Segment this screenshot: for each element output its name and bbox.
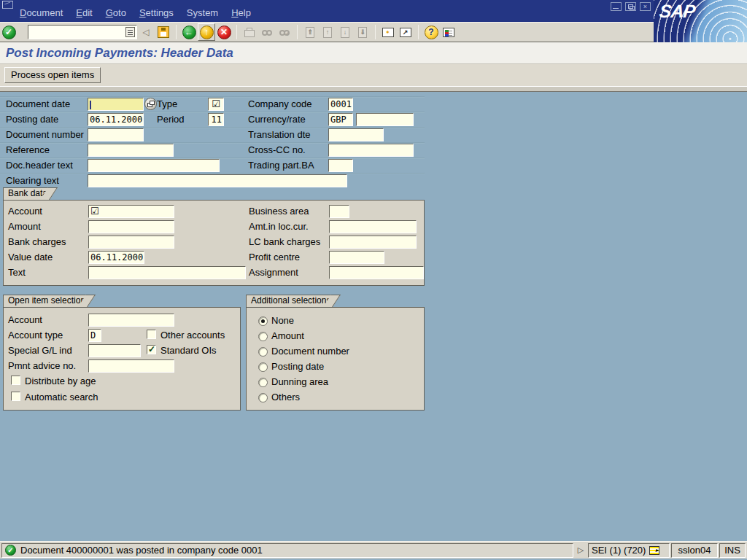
menu-settings[interactable]: Settings [133,7,180,19]
value-date-field[interactable]: 06.11.2000 [88,251,144,264]
ois-account-field[interactable] [88,314,174,327]
services-list-icon[interactable]: ▸ [649,546,659,555]
page-title: Post Incoming Payments: Header Data [6,46,233,61]
reference-field[interactable] [88,144,174,157]
account-type-field[interactable]: D [88,329,101,342]
type-field[interactable] [208,98,224,111]
system-menu-icon[interactable] [2,1,13,9]
command-history-icon[interactable] [125,27,135,37]
create-session-button[interactable]: ✶ [379,23,397,41]
close-icon[interactable]: × [640,2,651,11]
special-gl-field[interactable] [88,344,141,357]
toolbar-separator [236,25,237,39]
previous-page-button: ↑ [319,23,336,41]
status-message-cell[interactable]: ✓ Document 400000001 was posted in compa… [1,543,573,558]
radio-option-others[interactable]: Others [258,392,300,403]
find-icon [262,27,272,38]
radio-icon[interactable] [258,347,268,357]
reference-label: Reference [6,144,50,156]
menu-edit[interactable]: Edit [69,7,98,19]
back-button[interactable]: ← [180,23,198,41]
radio-label: Amount [271,330,304,342]
document-number-field[interactable] [88,128,144,141]
business-area-field[interactable] [329,205,349,218]
menu-system[interactable]: System [180,7,225,19]
clearing-text-field[interactable] [88,174,347,187]
text-label: Text [8,267,26,279]
collapse-command-field-button[interactable]: ◁ [137,23,155,41]
radio-icon[interactable] [258,316,268,326]
exit-button[interactable]: ↑ [198,23,215,41]
radio-option-dunning-area[interactable]: Dunning area [258,376,328,388]
profit-centre-field[interactable] [329,251,384,264]
translation-date-field[interactable] [328,128,384,141]
back-icon: ← [182,26,196,39]
create-shortcut-button[interactable]: ↗ [397,23,414,41]
help-button[interactable]: ? [422,23,440,41]
rate-field[interactable] [356,113,414,126]
radio-icon[interactable] [258,378,268,387]
period-field[interactable]: 11 [208,113,224,126]
find-next-icon: + [279,27,290,38]
bank-charges-field[interactable] [88,236,174,249]
radio-option-amount[interactable]: Amount [258,330,304,342]
document-date-field[interactable] [88,98,144,111]
toolbar-separator [375,25,376,39]
assignment-field[interactable] [329,266,424,279]
customize-layout-button[interactable] [440,23,457,41]
cancel-button[interactable]: ✕ [215,23,233,41]
radio-icon[interactable] [258,393,268,402]
trading-part-field[interactable] [328,159,353,172]
radio-option-none[interactable]: None [258,315,294,327]
additional-selections-tab: Additional selections [246,295,341,307]
menu-document[interactable]: Document [13,7,69,19]
status-expand-icon[interactable]: ▷ [575,545,587,555]
radio-icon[interactable] [258,362,268,372]
radio-icon[interactable] [258,332,268,341]
company-code-field[interactable]: 0001 [328,98,353,111]
find-button [258,23,276,41]
checked-box-icon [90,206,99,217]
cross-cc-field[interactable] [328,144,414,157]
amt-loc-cur-field[interactable] [329,220,417,233]
other-accounts-checkbox[interactable]: ✓ [147,330,156,339]
distribute-by-age-label: Distribute by age [25,376,96,387]
status-message: Document 400000001 was posted in company… [20,545,263,556]
clearing-text-label: Clearing text [6,175,59,187]
minimize-icon[interactable] [611,2,622,11]
radio-option-posting-date[interactable]: Posting date [258,361,324,373]
posting-date-label: Posting date [6,114,58,125]
open-item-selection-box: Account Account type D ✓ Other accounts … [3,307,241,411]
assignment-label: Assignment [249,267,298,279]
menu-bar: DocumentEditGotoSettingsSystemHelp × [0,0,747,22]
other-accounts-label: Other accounts [160,330,225,341]
menu-help[interactable]: Help [225,7,258,19]
print-button [241,23,258,41]
cross-cc-label: Cross-CC no. [248,144,306,156]
status-mode-cell: INS [719,543,746,558]
save-button[interactable] [155,23,172,41]
currency-field[interactable]: GBP [328,113,353,126]
pmnt-advice-field[interactable] [88,359,174,373]
application-toolbar: Process open items [0,64,747,86]
amount-field[interactable] [88,220,174,233]
find-next-button: + [276,23,293,41]
maximize-icon[interactable] [625,2,636,11]
command-field[interactable] [28,25,137,39]
bank-charges-label: Bank charges [8,236,66,248]
print-icon [244,30,255,37]
process-open-items-button[interactable]: Process open items [4,67,101,83]
text-field[interactable] [88,266,246,279]
automatic-search-checkbox[interactable]: ✓ [11,392,20,401]
distribute-by-age-checkbox[interactable]: ✓ [11,376,20,385]
enter-button[interactable]: ✓ [0,23,18,41]
menu-goto[interactable]: Goto [99,7,133,19]
standard-ois-checkbox[interactable]: ✓ [147,345,156,354]
additional-selections-title: Additional selections [246,295,332,307]
lc-bank-charges-field[interactable] [329,236,417,249]
possible-entries-icon[interactable] [144,98,157,110]
doc-header-text-field[interactable] [88,159,220,172]
bank-account-field[interactable] [88,205,174,218]
posting-date-field[interactable]: 06.11.2000 [88,113,144,126]
radio-option-document-number[interactable]: Document number [258,346,349,357]
